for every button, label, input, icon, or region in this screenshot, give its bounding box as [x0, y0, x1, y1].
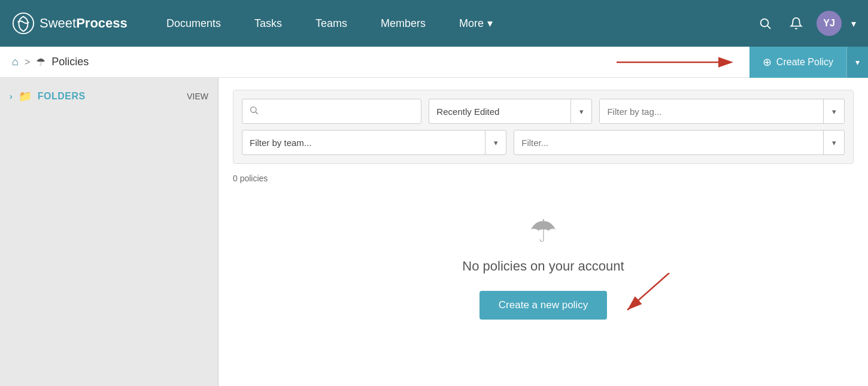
avatar[interactable]: YJ — [817, 11, 842, 36]
sidebar-chevron-icon: › — [10, 92, 13, 101]
empty-state: ☂ No policies on your account Create a n… — [233, 195, 854, 332]
search-input-wrap — [242, 99, 421, 124]
avatar-chevron-icon[interactable]: ▾ — [851, 18, 856, 29]
create-policy-button[interactable]: ⊕ Create Policy — [749, 47, 846, 78]
svg-line-8 — [627, 273, 669, 310]
search-input[interactable] — [242, 99, 421, 124]
nav-tasks[interactable]: Tasks — [238, 0, 299, 47]
nav-more[interactable]: More ▾ — [442, 0, 509, 47]
filter-row-1: Recently Edited ▾ ▾ — [242, 99, 845, 124]
nav-teams[interactable]: Teams — [299, 0, 364, 47]
search-button[interactable] — [754, 13, 776, 34]
recently-edited-select[interactable]: Recently Edited — [429, 99, 592, 124]
logo-text: SweetProcess — [40, 16, 128, 31]
create-new-policy-button[interactable]: Create a new policy — [479, 291, 607, 320]
filter-input[interactable] — [514, 130, 845, 155]
svg-line-2 — [767, 26, 770, 29]
empty-state-icon: ☂ — [529, 213, 557, 249]
filter-by-team-select[interactable]: Filter by team... — [242, 130, 506, 155]
filter-row-2: Filter by team... ▾ ▾ — [242, 130, 845, 155]
sidebar: › 📁 FOLDERS VIEW — [0, 78, 218, 386]
nav-members[interactable]: Members — [364, 0, 442, 47]
svg-line-6 — [256, 112, 258, 114]
search-icon — [249, 105, 259, 117]
breadcrumb: ⌂ > ☂ Policies — [12, 56, 89, 69]
top-navigation: SweetProcess Documents Tasks Teams Membe… — [0, 0, 868, 47]
page-title: Policies — [51, 56, 89, 68]
filter-wrap: ▾ — [514, 130, 845, 155]
view-link[interactable]: VIEW — [187, 92, 208, 101]
nav-links: Documents Tasks Teams Members More ▾ — [150, 0, 754, 47]
nav-right: YJ ▾ — [754, 11, 856, 36]
folder-icon: 📁 — [19, 90, 32, 103]
empty-state-title: No policies on your account — [462, 259, 624, 274]
filter-team-wrap: Filter by team... ▾ — [242, 130, 506, 155]
filter-tag-wrap: ▾ — [599, 99, 845, 124]
create-policy-dropdown-button[interactable]: ▾ — [846, 47, 868, 78]
filter-section: Recently Edited ▾ ▾ Filter by team... ▾ — [233, 90, 854, 164]
content-area: Recently Edited ▾ ▾ Filter by team... ▾ — [218, 78, 868, 386]
folders-label: FOLDERS — [38, 91, 181, 102]
chevron-down-icon: ▾ — [487, 17, 493, 30]
notifications-button[interactable] — [785, 13, 807, 34]
policy-icon: ☂ — [36, 56, 45, 69]
breadcrumb-bar: ⌂ > ☂ Policies ⊕ Create Policy ▾ — [0, 47, 868, 78]
plus-icon: ⊕ — [763, 56, 772, 69]
logo[interactable]: SweetProcess — [12, 12, 132, 35]
breadcrumb-separator: > — [25, 57, 30, 68]
svg-point-1 — [761, 19, 769, 27]
dropdown-chevron-icon: ▾ — [855, 57, 860, 67]
policies-count: 0 policies — [233, 174, 854, 183]
sidebar-folders[interactable]: › 📁 FOLDERS VIEW — [10, 90, 208, 103]
nav-documents[interactable]: Documents — [150, 0, 238, 47]
recently-edited-select-wrap: Recently Edited ▾ — [429, 99, 592, 124]
main-layout: › 📁 FOLDERS VIEW — [0, 78, 868, 386]
home-icon[interactable]: ⌂ — [12, 56, 19, 68]
filter-by-tag-input[interactable] — [599, 99, 845, 124]
svg-point-5 — [251, 107, 256, 113]
create-policy-container: ⊕ Create Policy ▾ — [749, 47, 868, 77]
